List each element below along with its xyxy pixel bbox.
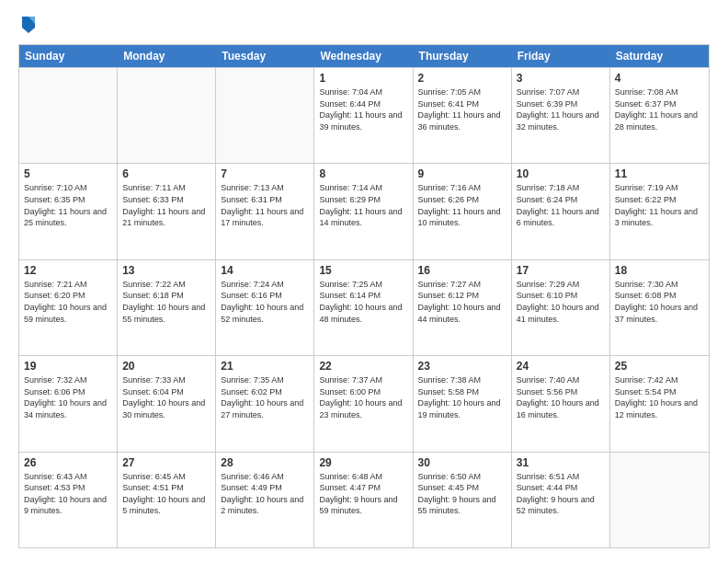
header-day-tuesday: Tuesday [216, 45, 314, 67]
calendar-cell: 13Sunrise: 7:22 AM Sunset: 6:18 PM Dayli… [118, 260, 216, 355]
calendar-cell: 28Sunrise: 6:46 AM Sunset: 4:49 PM Dayli… [216, 453, 314, 547]
cell-info: Sunrise: 6:46 AM Sunset: 4:49 PM Dayligh… [221, 471, 309, 517]
day-number: 22 [319, 360, 407, 373]
calendar-cell: 7Sunrise: 7:13 AM Sunset: 6:31 PM Daylig… [216, 164, 314, 259]
day-number: 18 [615, 264, 704, 277]
day-number: 28 [221, 456, 309, 469]
calendar-cell: 22Sunrise: 7:37 AM Sunset: 6:00 PM Dayli… [314, 356, 413, 451]
calendar-cell: 29Sunrise: 6:48 AM Sunset: 4:47 PM Dayli… [314, 453, 413, 547]
day-number: 20 [122, 360, 210, 373]
page: SundayMondayTuesdayWednesdayThursdayFrid… [0, 0, 728, 563]
day-number: 11 [615, 167, 704, 180]
day-number: 9 [418, 167, 506, 180]
calendar-cell: 12Sunrise: 7:21 AM Sunset: 6:20 PM Dayli… [19, 260, 118, 355]
calendar-cell: 1Sunrise: 7:04 AM Sunset: 6:44 PM Daylig… [314, 68, 413, 163]
calendar-week-4: 19Sunrise: 7:32 AM Sunset: 6:06 PM Dayli… [19, 355, 709, 451]
cell-info: Sunrise: 7:08 AM Sunset: 6:37 PM Dayligh… [615, 86, 704, 132]
day-number: 26 [24, 456, 112, 469]
calendar-cell: 6Sunrise: 7:11 AM Sunset: 6:33 PM Daylig… [118, 164, 216, 259]
cell-info: Sunrise: 7:10 AM Sunset: 6:35 PM Dayligh… [24, 182, 112, 228]
cell-info: Sunrise: 7:37 AM Sunset: 6:00 PM Dayligh… [319, 374, 407, 420]
day-number: 29 [319, 456, 407, 469]
cell-info: Sunrise: 6:48 AM Sunset: 4:47 PM Dayligh… [319, 471, 407, 517]
calendar-header: SundayMondayTuesdayWednesdayThursdayFrid… [19, 45, 709, 67]
cell-info: Sunrise: 6:50 AM Sunset: 4:45 PM Dayligh… [418, 471, 506, 517]
header-day-wednesday: Wednesday [314, 45, 413, 67]
calendar-cell: 20Sunrise: 7:33 AM Sunset: 6:04 PM Dayli… [118, 356, 216, 451]
cell-info: Sunrise: 7:13 AM Sunset: 6:31 PM Dayligh… [221, 182, 309, 228]
day-number: 25 [615, 360, 704, 373]
cell-info: Sunrise: 7:30 AM Sunset: 6:08 PM Dayligh… [615, 279, 704, 325]
day-number: 24 [517, 360, 605, 373]
header-day-saturday: Saturday [610, 45, 709, 67]
header-day-friday: Friday [512, 45, 610, 67]
calendar-cell [19, 68, 118, 163]
cell-info: Sunrise: 7:16 AM Sunset: 6:26 PM Dayligh… [418, 182, 506, 228]
cell-info: Sunrise: 7:38 AM Sunset: 5:58 PM Dayligh… [418, 374, 506, 420]
header-day-sunday: Sunday [19, 45, 118, 67]
calendar-week-5: 26Sunrise: 6:43 AM Sunset: 4:53 PM Dayli… [19, 452, 709, 547]
cell-info: Sunrise: 7:42 AM Sunset: 5:54 PM Dayligh… [615, 374, 704, 420]
day-number: 4 [615, 72, 704, 85]
day-number: 3 [517, 72, 605, 85]
cell-info: Sunrise: 7:21 AM Sunset: 6:20 PM Dayligh… [24, 279, 112, 325]
day-number: 23 [418, 360, 506, 373]
calendar-cell: 2Sunrise: 7:05 AM Sunset: 6:41 PM Daylig… [414, 68, 512, 163]
calendar-cell: 26Sunrise: 6:43 AM Sunset: 4:53 PM Dayli… [19, 453, 118, 547]
calendar-cell: 5Sunrise: 7:10 AM Sunset: 6:35 PM Daylig… [19, 164, 118, 259]
cell-info: Sunrise: 7:04 AM Sunset: 6:44 PM Dayligh… [319, 86, 407, 132]
calendar-week-3: 12Sunrise: 7:21 AM Sunset: 6:20 PM Dayli… [19, 259, 709, 355]
calendar-cell: 23Sunrise: 7:38 AM Sunset: 5:58 PM Dayli… [414, 356, 512, 451]
day-number: 30 [418, 456, 506, 469]
cell-info: Sunrise: 6:43 AM Sunset: 4:53 PM Dayligh… [24, 471, 112, 517]
cell-info: Sunrise: 7:24 AM Sunset: 6:16 PM Dayligh… [221, 279, 309, 325]
calendar-cell [118, 68, 216, 163]
cell-info: Sunrise: 7:40 AM Sunset: 5:56 PM Dayligh… [517, 374, 605, 420]
cell-info: Sunrise: 7:07 AM Sunset: 6:39 PM Dayligh… [517, 86, 605, 132]
calendar-cell: 16Sunrise: 7:27 AM Sunset: 6:12 PM Dayli… [414, 260, 512, 355]
day-number: 27 [122, 456, 210, 469]
calendar-cell: 4Sunrise: 7:08 AM Sunset: 6:37 PM Daylig… [610, 68, 709, 163]
cell-info: Sunrise: 7:35 AM Sunset: 6:02 PM Dayligh… [221, 374, 309, 420]
day-number: 5 [24, 167, 112, 180]
cell-info: Sunrise: 7:27 AM Sunset: 6:12 PM Dayligh… [418, 279, 506, 325]
cell-info: Sunrise: 6:45 AM Sunset: 4:51 PM Dayligh… [122, 471, 210, 517]
day-number: 10 [517, 167, 605, 180]
cell-info: Sunrise: 7:19 AM Sunset: 6:22 PM Dayligh… [615, 182, 704, 228]
calendar-cell: 31Sunrise: 6:51 AM Sunset: 4:44 PM Dayli… [512, 453, 610, 547]
calendar-cell: 27Sunrise: 6:45 AM Sunset: 4:51 PM Dayli… [118, 453, 216, 547]
day-number: 2 [418, 72, 506, 85]
logo-icon [20, 15, 37, 35]
day-number: 31 [517, 456, 605, 469]
cell-info: Sunrise: 7:14 AM Sunset: 6:29 PM Dayligh… [319, 182, 407, 228]
cell-info: Sunrise: 7:05 AM Sunset: 6:41 PM Dayligh… [418, 86, 506, 132]
cell-info: Sunrise: 7:11 AM Sunset: 6:33 PM Dayligh… [122, 182, 210, 228]
day-number: 7 [221, 167, 309, 180]
calendar-cell [216, 68, 314, 163]
day-number: 21 [221, 360, 309, 373]
calendar-cell: 18Sunrise: 7:30 AM Sunset: 6:08 PM Dayli… [610, 260, 709, 355]
calendar-cell: 3Sunrise: 7:07 AM Sunset: 6:39 PM Daylig… [512, 68, 610, 163]
day-number: 16 [418, 264, 506, 277]
calendar-cell: 25Sunrise: 7:42 AM Sunset: 5:54 PM Dayli… [610, 356, 709, 451]
calendar-cell: 10Sunrise: 7:18 AM Sunset: 6:24 PM Dayli… [512, 164, 610, 259]
calendar-cell: 19Sunrise: 7:32 AM Sunset: 6:06 PM Dayli… [19, 356, 118, 451]
day-number: 15 [319, 264, 407, 277]
cell-info: Sunrise: 7:18 AM Sunset: 6:24 PM Dayligh… [517, 182, 605, 228]
calendar-cell: 17Sunrise: 7:29 AM Sunset: 6:10 PM Dayli… [512, 260, 610, 355]
day-number: 12 [24, 264, 112, 277]
day-number: 19 [24, 360, 112, 373]
day-number: 14 [221, 264, 309, 277]
calendar-week-2: 5Sunrise: 7:10 AM Sunset: 6:35 PM Daylig… [19, 163, 709, 259]
calendar-cell: 21Sunrise: 7:35 AM Sunset: 6:02 PM Dayli… [216, 356, 314, 451]
calendar-body: 1Sunrise: 7:04 AM Sunset: 6:44 PM Daylig… [19, 67, 709, 547]
calendar-cell: 8Sunrise: 7:14 AM Sunset: 6:29 PM Daylig… [314, 164, 413, 259]
day-number: 1 [319, 72, 407, 85]
day-number: 17 [517, 264, 605, 277]
day-number: 6 [122, 167, 210, 180]
header-day-thursday: Thursday [414, 45, 512, 67]
cell-info: Sunrise: 7:32 AM Sunset: 6:06 PM Dayligh… [24, 374, 112, 420]
cell-info: Sunrise: 7:29 AM Sunset: 6:10 PM Dayligh… [517, 279, 605, 325]
calendar-cell: 15Sunrise: 7:25 AM Sunset: 6:14 PM Dayli… [314, 260, 413, 355]
calendar-cell: 24Sunrise: 7:40 AM Sunset: 5:56 PM Dayli… [512, 356, 610, 451]
